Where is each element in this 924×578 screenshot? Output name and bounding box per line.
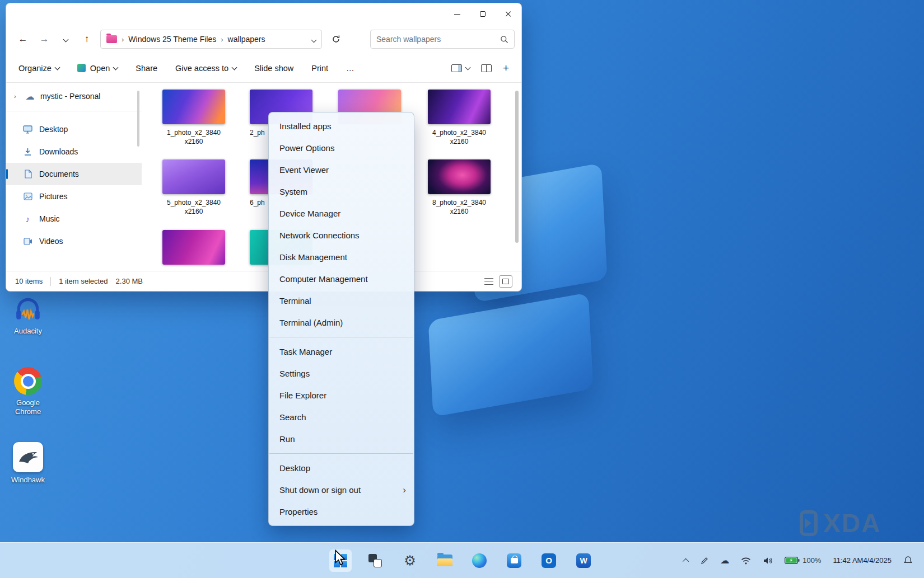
- preview-pane-button[interactable]: [451, 64, 470, 72]
- breadcrumb-segment-theme-files[interactable]: Windows 25 Theme Files: [128, 35, 216, 44]
- new-item-button[interactable]: +: [503, 62, 509, 74]
- tray-overflow-button[interactable]: [682, 549, 691, 572]
- up-button[interactable]: ↑: [79, 31, 95, 47]
- large-icons-view-button[interactable]: [499, 275, 512, 288]
- menu-item-run[interactable]: Run: [269, 428, 414, 450]
- onedrive-tray-button[interactable]: ☁: [718, 549, 731, 572]
- file-item[interactable]: 5_photo_x2_3840x2160: [152, 159, 236, 216]
- xda-watermark: XDA: [800, 508, 881, 538]
- wallpaper-thumbnail[interactable]: [162, 159, 225, 194]
- sidebar-item-videos[interactable]: Videos: [6, 230, 142, 252]
- battery-tray-button[interactable]: 100%: [782, 549, 823, 572]
- titlebar[interactable]: [6, 3, 521, 25]
- give-access-button[interactable]: Give access to: [175, 64, 236, 73]
- sidebar-item-documents[interactable]: Documents: [6, 163, 142, 185]
- menu-item-system[interactable]: System: [269, 181, 414, 203]
- file-explorer-button[interactable]: [433, 549, 456, 572]
- wallpaper-thumbnail[interactable]: [428, 90, 491, 124]
- minimize-button[interactable]: [444, 3, 470, 25]
- back-button[interactable]: ←: [15, 31, 31, 47]
- menu-item-installed-apps[interactable]: Installed apps: [269, 115, 414, 137]
- sidebar-scrollbar[interactable]: [137, 91, 139, 147]
- menu-item-desktop[interactable]: Desktop: [269, 457, 414, 479]
- menu-item-terminal-admin[interactable]: Terminal (Admin): [269, 312, 414, 333]
- close-button[interactable]: [496, 3, 521, 25]
- cloud-icon: ☁: [720, 555, 729, 566]
- organize-button[interactable]: Organize: [18, 64, 59, 73]
- refresh-button[interactable]: [328, 31, 344, 48]
- menu-item-file-explorer[interactable]: File Explorer: [269, 384, 414, 406]
- menu-item-terminal[interactable]: Terminal: [269, 290, 414, 312]
- task-view-icon: [368, 554, 382, 567]
- share-button[interactable]: Share: [136, 64, 157, 73]
- menu-item-event-viewer[interactable]: Event Viewer: [269, 159, 414, 181]
- word-button[interactable]: [572, 549, 595, 572]
- more-options-button[interactable]: …: [346, 64, 354, 73]
- file-item[interactable]: 1_photo_x2_3840x2160: [152, 90, 236, 146]
- search-icon[interactable]: [500, 35, 508, 44]
- print-button[interactable]: Print: [311, 64, 328, 73]
- details-pane-button[interactable]: [481, 64, 492, 72]
- file-item[interactable]: 8_photo_x2_3840x2160: [417, 159, 501, 216]
- clock[interactable]: 11:42 AM 4/4/2025: [830, 549, 894, 572]
- breadcrumb[interactable]: Windows 25 Theme Files wallpapers: [100, 30, 322, 49]
- sidebar-item-desktop[interactable]: Desktop: [6, 118, 142, 140]
- details-view-icon[interactable]: [484, 278, 493, 285]
- menu-item-task-manager[interactable]: Task Manager: [269, 341, 414, 363]
- outlook-button[interactable]: [538, 549, 560, 572]
- xda-watermark-text: XDA: [823, 508, 881, 538]
- menu-item-shutdown[interactable]: Shut down or sign out›: [269, 479, 414, 501]
- sidebar-item-label: Pictures: [39, 192, 68, 201]
- forward-button[interactable]: →: [36, 31, 52, 47]
- sidebar-item-pictures[interactable]: Pictures: [6, 185, 142, 208]
- sidebar-item-onedrive[interactable]: › ☁ mystic - Personal: [6, 86, 142, 106]
- file-name: 1_photo_x2_3840x2160: [152, 128, 236, 146]
- settings-button[interactable]: ⚙: [399, 549, 421, 572]
- wallpaper-thumbnail[interactable]: [162, 230, 225, 265]
- edge-button[interactable]: [468, 549, 491, 572]
- files-scrollbar[interactable]: [515, 91, 519, 243]
- search-input[interactable]: [376, 35, 500, 44]
- menu-item-properties[interactable]: Properties: [269, 501, 414, 523]
- menu-item-network-connections[interactable]: Network Connections: [269, 224, 414, 246]
- breadcrumb-segment-wallpapers[interactable]: wallpapers: [228, 35, 265, 44]
- sidebar-item-label: Documents: [39, 170, 79, 178]
- breadcrumb-separator-icon: [221, 35, 223, 44]
- slide-show-button[interactable]: Slide show: [254, 64, 293, 73]
- pen-tray-button[interactable]: [698, 549, 711, 572]
- desktop-shortcut-chrome[interactable]: Google Chrome: [2, 367, 54, 416]
- organize-label: Organize: [18, 64, 52, 73]
- sidebar-item-downloads[interactable]: Downloads: [6, 140, 142, 163]
- menu-item-power-options[interactable]: Power Options: [269, 137, 414, 159]
- sidebar-item-music[interactable]: ♪ Music: [6, 208, 142, 230]
- open-button[interactable]: Open: [77, 64, 118, 73]
- address-dropdown-button[interactable]: [312, 35, 316, 44]
- menu-item-search[interactable]: Search: [269, 406, 414, 428]
- wifi-tray-button[interactable]: [739, 549, 753, 572]
- expander-chevron-icon[interactable]: ›: [14, 93, 20, 100]
- volume-tray-button[interactable]: [760, 549, 775, 572]
- columns-icon: [481, 64, 492, 72]
- task-view-button[interactable]: [364, 549, 386, 572]
- menu-item-computer-management[interactable]: Computer Management: [269, 268, 414, 290]
- navigation-bar: ← → ↑ Windows 25 Theme Files wallpapers: [6, 25, 521, 54]
- menu-item-device-manager[interactable]: Device Manager: [269, 203, 414, 224]
- documents-icon: [23, 170, 32, 179]
- sidebar-item-label: Downloads: [39, 147, 78, 156]
- bell-icon: [903, 556, 913, 565]
- desktop-shortcut-windhawk[interactable]: Windhawk: [2, 442, 54, 485]
- wallpaper-thumbnail[interactable]: [428, 159, 491, 194]
- menu-item-disk-management[interactable]: Disk Management: [269, 246, 414, 268]
- close-icon: [505, 11, 512, 17]
- history-dropdown-button[interactable]: [58, 31, 73, 47]
- menu-item-settings[interactable]: Settings: [269, 363, 414, 384]
- store-button[interactable]: [503, 549, 525, 572]
- maximize-button[interactable]: [470, 3, 496, 25]
- clock-date: 4/4/2025: [863, 556, 892, 565]
- wallpaper-thumbnail[interactable]: [162, 90, 225, 124]
- notification-center-button[interactable]: [901, 549, 915, 572]
- desktop-shortcut-audacity[interactable]: Audacity: [2, 295, 54, 336]
- open-app-icon: [77, 64, 86, 72]
- file-item[interactable]: [152, 230, 236, 269]
- file-item[interactable]: 4_photo_x2_3840x2160: [417, 90, 501, 146]
